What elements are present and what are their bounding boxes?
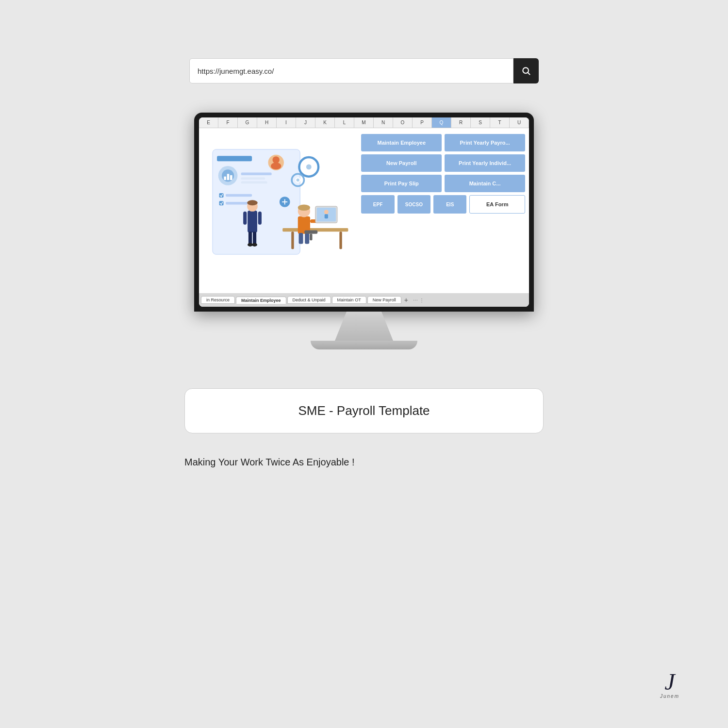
col-e: E [199, 117, 218, 128]
menu-row-3: Print Pay Slip Maintain C... [361, 175, 525, 192]
epf-button[interactable]: EPF [361, 195, 394, 214]
col-q: Q [432, 117, 451, 128]
monitor-wrapper: E F G H I J K L M N O P Q R S T U [194, 113, 534, 349]
print-yearly-individual-button[interactable]: Print Yearly Individ... [445, 154, 525, 172]
col-k: K [315, 117, 335, 128]
svg-rect-7 [227, 174, 230, 180]
logo-letter: J [664, 670, 675, 694]
svg-rect-31 [248, 232, 252, 245]
svg-rect-39 [339, 232, 342, 249]
logo-subtitle: Junem [660, 694, 679, 699]
svg-rect-11 [241, 182, 267, 184]
monitor-screen: E F G H I J K L M N O P Q R S T U [199, 117, 529, 307]
svg-point-27 [297, 179, 299, 182]
tab-add-button[interactable]: + [402, 296, 410, 304]
svg-rect-9 [241, 173, 272, 175]
svg-point-20 [272, 156, 279, 163]
screen-content: Maintain Employee Print Yearly Payro... … [199, 128, 529, 293]
svg-rect-49 [325, 214, 328, 218]
label-box: SME - Payroll Template [184, 388, 544, 433]
tagline-text: Making Your Work Twice As Enjoyable ! [184, 457, 355, 467]
maintain-c-button[interactable]: Maintain C... [445, 175, 525, 192]
maintain-employee-button[interactable]: Maintain Employee [361, 134, 442, 151]
svg-rect-51 [310, 234, 312, 241]
menu-row-1: Maintain Employee Print Yearly Payro... [361, 134, 525, 151]
svg-rect-50 [304, 231, 317, 234]
tab-maintain-employee[interactable]: Maintain Employee [236, 297, 286, 304]
col-s: S [471, 117, 490, 128]
monitor-stand [335, 312, 393, 341]
illustration-svg [204, 133, 352, 288]
col-f: F [218, 117, 238, 128]
col-j: J [296, 117, 315, 128]
col-m: M [354, 117, 374, 128]
svg-rect-34 [258, 212, 262, 225]
col-u: U [510, 117, 529, 128]
tab-deduct-unpaid[interactable]: Deduct & Unpaid [287, 296, 331, 304]
svg-point-24 [306, 164, 312, 169]
col-i: I [277, 117, 296, 128]
svg-rect-32 [253, 232, 256, 245]
spreadsheet-tabs: in Resource Maintain Employee Deduct & U… [199, 293, 529, 307]
spreadsheet-header: E F G H I J K L M N O P Q R S T U [199, 117, 529, 128]
label-text: SME - Payroll Template [298, 403, 430, 418]
svg-line-1 [528, 73, 530, 75]
svg-rect-43 [299, 233, 303, 244]
menu-row-4: EPF SOCSO EIS EA Form [361, 195, 525, 214]
svg-point-36 [252, 243, 257, 247]
svg-rect-33 [243, 212, 247, 225]
tab-maintain-ot[interactable]: Maintain OT [332, 296, 366, 304]
logo-area: J Junem [660, 670, 679, 699]
url-text: https://junemgt.easy.co/ [198, 67, 274, 75]
col-p: P [413, 117, 432, 128]
search-button[interactable] [513, 58, 539, 83]
tab-new-payroll[interactable]: New Payroll [367, 296, 401, 304]
svg-rect-15 [226, 202, 248, 204]
col-n: N [374, 117, 393, 128]
tagline: Making Your Work Twice As Enjoyable ! [184, 457, 544, 468]
tab-human-resource[interactable]: in Resource [201, 296, 235, 304]
svg-rect-10 [241, 178, 265, 180]
col-t: T [490, 117, 510, 128]
new-payroll-button[interactable]: New Payroll [361, 154, 442, 172]
monitor-base [311, 341, 417, 349]
tab-more-options: ⋯ ⋮ [413, 298, 424, 303]
menu-row-2: New Payroll Print Yearly Individ... [361, 154, 525, 172]
svg-point-42 [298, 204, 310, 211]
print-pay-slip-button[interactable]: Print Pay Slip [361, 175, 442, 192]
col-l: L [335, 117, 354, 128]
svg-rect-8 [230, 175, 232, 180]
col-r: R [451, 117, 471, 128]
svg-rect-6 [224, 177, 226, 180]
eis-button[interactable]: EIS [433, 195, 466, 214]
search-icon [521, 66, 531, 76]
url-bar[interactable]: https://junemgt.easy.co/ [189, 58, 513, 83]
svg-rect-3 [217, 156, 252, 161]
svg-rect-28 [248, 211, 257, 232]
col-o: O [393, 117, 413, 128]
menu-area: Maintain Employee Print Yearly Payro... … [357, 128, 529, 293]
svg-point-21 [271, 163, 281, 169]
col-h: H [257, 117, 277, 128]
illustration-area [199, 128, 357, 293]
socso-button[interactable]: SOCSO [397, 195, 430, 214]
svg-point-30 [247, 200, 258, 205]
svg-rect-38 [291, 232, 294, 249]
ea-form-button[interactable]: EA Form [469, 195, 525, 214]
svg-rect-13 [226, 194, 252, 197]
url-bar-container: https://junemgt.easy.co/ [189, 58, 539, 83]
svg-rect-44 [305, 233, 309, 244]
monitor-body: E F G H I J K L M N O P Q R S T U [194, 113, 534, 312]
svg-point-48 [324, 210, 329, 214]
col-g: G [238, 117, 257, 128]
print-yearly-payroll-button[interactable]: Print Yearly Payro... [445, 134, 525, 151]
